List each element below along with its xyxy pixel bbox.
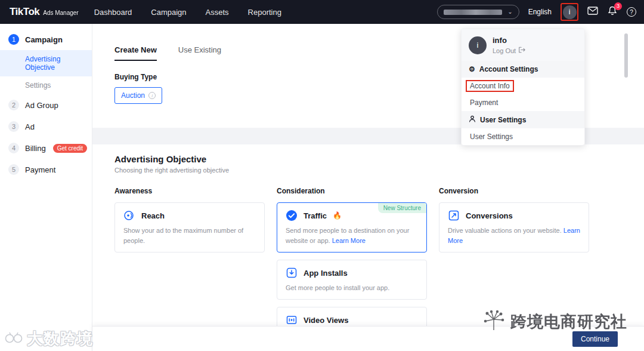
vertical-scrollbar[interactable] <box>624 33 628 78</box>
ads-manager-label: Ads Manager <box>43 10 78 16</box>
fire-emoji-icon: 🔥 <box>333 211 342 220</box>
objective-columns: Awareness Reach Show your <box>114 187 644 326</box>
account-avatar-annotated: i <box>561 3 578 21</box>
step-3-label: Ad <box>25 122 35 131</box>
menu-item-user-settings[interactable]: User Settings <box>462 128 584 145</box>
step-1-label: Campaign <box>25 35 63 44</box>
account-name-pill[interactable]: ⌄ <box>437 5 519 19</box>
sidebar-item-settings[interactable]: Settings <box>0 76 92 94</box>
logout-label: Log Out <box>493 47 516 54</box>
conversions-icon <box>448 210 460 221</box>
topbar-right-cluster: ⌄ English i 3 ? <box>437 3 644 21</box>
sidebar-item-advertising-objective[interactable]: Advertising Objective <box>0 50 92 76</box>
awareness-header: Awareness <box>114 187 265 195</box>
consideration-header: Consideration <box>277 187 427 195</box>
step-1-badge: 1 <box>8 34 19 45</box>
notification-count-badge: 3 <box>614 2 622 10</box>
chevron-down-icon: ⌄ <box>507 9 512 15</box>
question-mark-icon: ? <box>630 9 633 16</box>
sidebar-step-payment[interactable]: 5 Payment <box>0 159 92 180</box>
sidebar-step-billing[interactable]: 4 Billing Get credit <box>0 137 92 159</box>
conversions-title: Conversions <box>466 211 513 220</box>
dropdown-avatar: i <box>469 36 487 54</box>
topbar: TikTok Ads Manager Dashboard Campaign As… <box>0 0 644 24</box>
account-settings-header-label: Account Settings <box>479 65 538 73</box>
nav-assets[interactable]: Assets <box>206 8 229 17</box>
step-5-label: Payment <box>25 165 55 174</box>
logout-button[interactable]: Log Out <box>493 47 525 54</box>
awareness-column: Awareness Reach Show your <box>114 187 265 326</box>
objective-card-conversions[interactable]: Conversions Drive valuable actions on yo… <box>439 202 589 253</box>
objective-card-traffic[interactable]: New Structure Traffic 🔥 <box>277 202 427 253</box>
traffic-description: Send more people to a destination on you… <box>286 226 418 246</box>
auction-label: Auction <box>121 91 145 100</box>
account-avatar[interactable]: i <box>563 5 577 19</box>
nav-dashboard[interactable]: Dashboard <box>94 8 132 17</box>
account-settings-section-header: ⚙ Account Settings <box>462 61 584 78</box>
conversion-column: Conversion Conversions <box>439 187 589 326</box>
reach-title: Reach <box>141 211 165 220</box>
video-views-icon <box>286 314 298 326</box>
logout-icon <box>518 47 525 54</box>
user-settings-section-header: User Settings <box>462 111 584 128</box>
menu-item-payment[interactable]: Payment <box>462 94 584 111</box>
advertising-objective-panel: Advertising Objective Choosing the right… <box>92 144 644 326</box>
section-subtitle: Choosing the right advertising objective <box>114 167 644 174</box>
buying-type-auction-chip[interactable]: Auction i <box>114 87 162 104</box>
conversions-description-text: Drive valuable actions on your website. <box>448 227 562 234</box>
traffic-learn-more-link[interactable]: Learn More <box>332 237 366 244</box>
get-credit-badge[interactable]: Get credit <box>53 144 87 153</box>
messages-button[interactable] <box>587 7 598 17</box>
sidebar-step-campaign[interactable]: 1 Campaign <box>0 29 92 50</box>
campaign-steps-sidebar: 1 Campaign Advertising Objective Setting… <box>0 24 92 351</box>
top-navigation: Dashboard Campaign Assets Reporting <box>94 8 281 17</box>
conversions-description: Drive valuable actions on your website. … <box>448 226 580 246</box>
account-info-label-annotated: Account Info <box>466 80 514 92</box>
objective-card-video-views[interactable]: Video Views Get more people to view your… <box>277 307 427 326</box>
objective-card-reach[interactable]: Reach Show your ad to the maximum number… <box>114 202 265 253</box>
step-4-label: Billing <box>25 144 46 153</box>
step-2-label: Ad Group <box>25 101 58 110</box>
tab-create-new[interactable]: Create New <box>114 45 157 61</box>
menu-item-account-info[interactable]: Account Info <box>462 78 584 94</box>
reach-icon <box>123 210 135 221</box>
tiktok-ads-manager-logo[interactable]: TikTok Ads Manager <box>10 6 79 18</box>
continue-button[interactable]: Continue <box>572 331 618 347</box>
account-name: info <box>493 36 525 45</box>
step-3-badge: 3 <box>8 121 19 132</box>
nav-campaign[interactable]: Campaign <box>151 8 186 17</box>
redacted-account-name <box>444 10 502 15</box>
person-icon <box>469 115 476 124</box>
notifications-button[interactable]: 3 <box>607 6 618 19</box>
help-button[interactable]: ? <box>627 7 636 17</box>
new-structure-badge: New Structure <box>378 203 426 213</box>
tiktok-logo-text: TikTok <box>10 6 39 18</box>
bottom-action-bar: Continue <box>92 326 644 351</box>
step-2-badge: 2 <box>8 100 19 110</box>
user-settings-header-label: User Settings <box>480 116 526 124</box>
dropdown-user-block: i info Log Out <box>462 29 584 61</box>
sidebar-step-ad-group[interactable]: 2 Ad Group <box>0 94 92 116</box>
reach-description: Show your ad to the maximum number of pe… <box>123 226 256 246</box>
app-installs-title: App Installs <box>304 269 348 278</box>
gear-icon: ⚙ <box>469 66 475 73</box>
info-icon: i <box>148 92 156 99</box>
conversion-header: Conversion <box>439 187 589 195</box>
video-views-title: Video Views <box>304 316 348 325</box>
nav-reporting[interactable]: Reporting <box>248 8 281 17</box>
check-circle-icon <box>286 210 298 221</box>
consideration-column: Consideration New Structure Traffic <box>277 187 427 326</box>
language-selector[interactable]: English <box>528 8 552 16</box>
app-installs-description: Get more people to install your app. <box>286 283 418 293</box>
account-dropdown-menu: i info Log Out ⚙ Account Settings Accoun… <box>461 29 585 146</box>
section-title: Advertising Objective <box>114 154 644 164</box>
step-5-badge: 5 <box>8 164 19 175</box>
objective-card-app-installs[interactable]: App Installs Get more people to install … <box>277 260 427 300</box>
step-4-badge: 4 <box>8 143 19 153</box>
app-install-icon <box>286 267 298 279</box>
traffic-title: Traffic <box>304 211 327 220</box>
mail-icon <box>587 7 598 17</box>
tab-use-existing[interactable]: Use Existing <box>178 45 221 61</box>
sidebar-step-ad[interactable]: 3 Ad <box>0 116 92 137</box>
